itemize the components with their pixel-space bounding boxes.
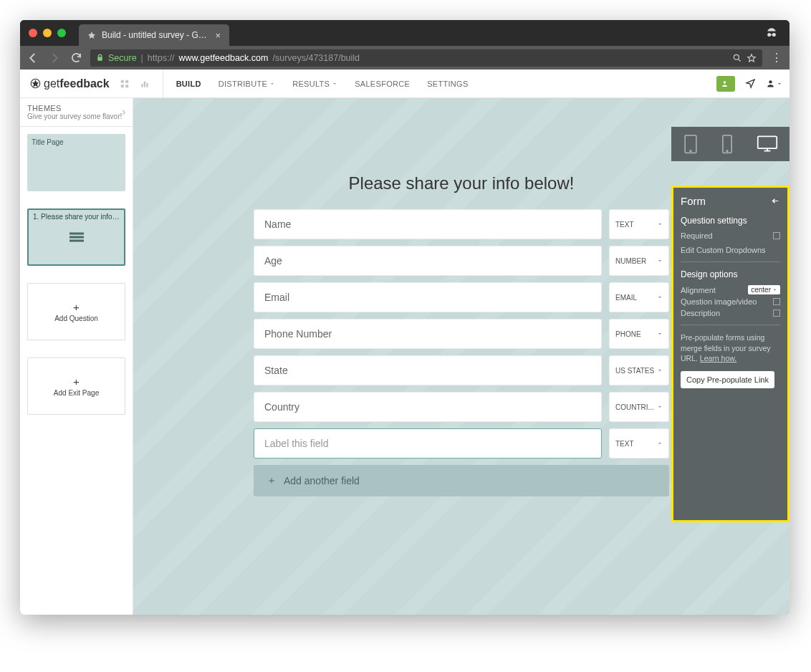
sidebar: THEMES Give your survey some flavor! Tit… <box>20 98 133 615</box>
url-scheme: https:// <box>148 53 175 63</box>
svg-rect-2 <box>120 80 123 82</box>
themes-header[interactable]: THEMES Give your survey some flavor! <box>20 98 133 127</box>
browser-tab-strip: Build - untitled survey - GetFe... × <box>20 20 790 46</box>
image-video-label: Question image/video <box>681 297 757 306</box>
browser-tab[interactable]: Build - untitled survey - GetFe... × <box>79 24 229 46</box>
chevron-right-icon <box>120 108 127 117</box>
svg-point-0 <box>734 54 739 59</box>
copy-prepopulate-link-button[interactable]: Copy Pre-populate Link <box>681 371 774 388</box>
zoom-icon[interactable] <box>732 53 742 63</box>
browser-menu-icon[interactable]: ⋮ <box>769 51 784 65</box>
nav-distribute[interactable]: DISTRIBUTE <box>219 80 275 88</box>
svg-rect-6 <box>141 84 143 87</box>
add-another-field-button[interactable]: ＋ Add another field <box>254 465 669 496</box>
themes-title: THEMES <box>27 104 125 112</box>
section-question-settings: Question settings <box>681 216 780 226</box>
alignment-label: Alignment <box>681 286 716 294</box>
survey-form: Please share your info below! NameTEXTAg… <box>254 173 669 496</box>
learn-how-link[interactable]: Learn how. <box>700 354 736 363</box>
section-design-options: Design options <box>681 269 780 279</box>
svg-point-12 <box>690 150 691 152</box>
app-logo[interactable]: getfeedback <box>30 77 110 90</box>
minimize-window-icon[interactable] <box>43 29 52 37</box>
divider <box>681 325 780 325</box>
nav-salesforce[interactable]: SALESFORCE <box>355 80 410 88</box>
divider <box>163 69 163 98</box>
svg-point-14 <box>727 150 729 152</box>
svg-rect-5 <box>125 85 128 87</box>
maximize-window-icon[interactable] <box>57 29 66 37</box>
browser-window: Build - untitled survey - GetFe... × Sec… <box>20 20 790 615</box>
form-settings-panel: Form Question settings Required Edit Cus… <box>671 186 790 522</box>
svg-rect-4 <box>120 85 123 87</box>
field-type-select[interactable]: COUNTRI... <box>609 392 669 422</box>
user-icon <box>766 79 775 88</box>
new-field-type-select[interactable]: TEXT <box>609 428 669 459</box>
page-thumb-title[interactable]: Title Page <box>27 134 125 191</box>
app-header: getfeedback BUILD DISTRIBUTE RESULTS SAL… <box>20 69 790 98</box>
add-exit-page-button[interactable]: + Add Exit Page <box>27 357 125 415</box>
phone-preview-icon[interactable] <box>721 134 733 154</box>
new-field-label-input[interactable]: Label this field <box>254 428 602 459</box>
reload-button[interactable] <box>69 51 83 65</box>
description-checkbox[interactable] <box>773 309 780 317</box>
field-label-input[interactable]: Phone Number <box>254 319 602 349</box>
add-user-button[interactable] <box>716 76 735 92</box>
send-icon[interactable] <box>745 78 756 89</box>
field-label-input[interactable]: State <box>254 355 602 385</box>
svg-rect-7 <box>143 81 145 87</box>
logo-text-2: feedback <box>59 77 109 90</box>
url-path: /surveys/473187/build <box>272 53 360 63</box>
field-type-select[interactable]: TEXT <box>609 209 669 239</box>
back-button[interactable] <box>26 51 40 65</box>
field-type-select[interactable]: US STATES <box>609 355 669 385</box>
page-thumb-question-1[interactable]: 1. Please share your info bel... <box>27 208 125 266</box>
alignment-select[interactable]: center <box>748 285 780 294</box>
nav-build[interactable]: BUILD <box>176 80 201 88</box>
chevron-down-icon <box>332 81 337 87</box>
field-label-input[interactable]: Age <box>254 246 602 276</box>
user-menu[interactable] <box>766 79 782 88</box>
image-video-checkbox[interactable] <box>773 298 780 305</box>
grid-view-icon[interactable] <box>120 79 130 89</box>
close-window-icon[interactable] <box>29 29 37 37</box>
field-type-select[interactable]: EMAIL <box>609 282 669 312</box>
secure-label: Secure <box>108 53 137 63</box>
tablet-preview-icon[interactable] <box>683 134 699 154</box>
svg-rect-8 <box>146 82 148 87</box>
address-bar[interactable]: Secure | https://www.getfeedback.com/sur… <box>90 49 762 67</box>
field-label-input[interactable]: Email <box>254 282 602 312</box>
star-circle-icon <box>30 78 41 89</box>
field-label-input[interactable]: Name <box>254 209 602 239</box>
url-host: www.getfeedback.com <box>178 53 268 63</box>
device-preview-bar <box>671 127 790 161</box>
star-icon <box>87 31 96 39</box>
edit-dropdowns-link[interactable]: Edit Custom Dropdowns <box>681 246 766 254</box>
prepopulate-hint: Pre-populate forms using merge fields in… <box>681 332 780 364</box>
svg-rect-3 <box>125 80 128 82</box>
add-question-button[interactable]: + Add Question <box>27 283 125 340</box>
nav-results[interactable]: RESULTS <box>292 80 337 88</box>
chevron-down-icon <box>657 331 663 337</box>
bookmark-star-icon[interactable] <box>747 53 757 63</box>
app-shell: getfeedback BUILD DISTRIBUTE RESULTS SAL… <box>20 69 790 615</box>
nav-settings[interactable]: SETTINGS <box>427 80 468 88</box>
bar-chart-icon[interactable] <box>140 79 150 89</box>
desktop-preview-icon[interactable] <box>757 135 778 153</box>
forward-button[interactable] <box>47 51 62 65</box>
incognito-icon <box>764 26 784 40</box>
field-type-select[interactable]: NUMBER <box>609 246 669 276</box>
chevron-down-icon <box>777 81 782 87</box>
divider <box>681 261 780 262</box>
window-controls[interactable] <box>29 29 66 37</box>
panel-title: Form <box>681 195 706 207</box>
form-icon <box>69 233 84 242</box>
field-label-input[interactable]: Country <box>254 392 602 422</box>
close-tab-icon[interactable]: × <box>215 30 221 41</box>
logo-text-1: get <box>44 77 59 90</box>
panel-back-icon[interactable] <box>771 197 780 205</box>
required-checkbox[interactable] <box>773 232 780 239</box>
field-type-select[interactable]: PHONE <box>609 319 669 349</box>
survey-question-title: Please share your info below! <box>254 173 669 193</box>
chevron-down-icon <box>772 287 777 292</box>
